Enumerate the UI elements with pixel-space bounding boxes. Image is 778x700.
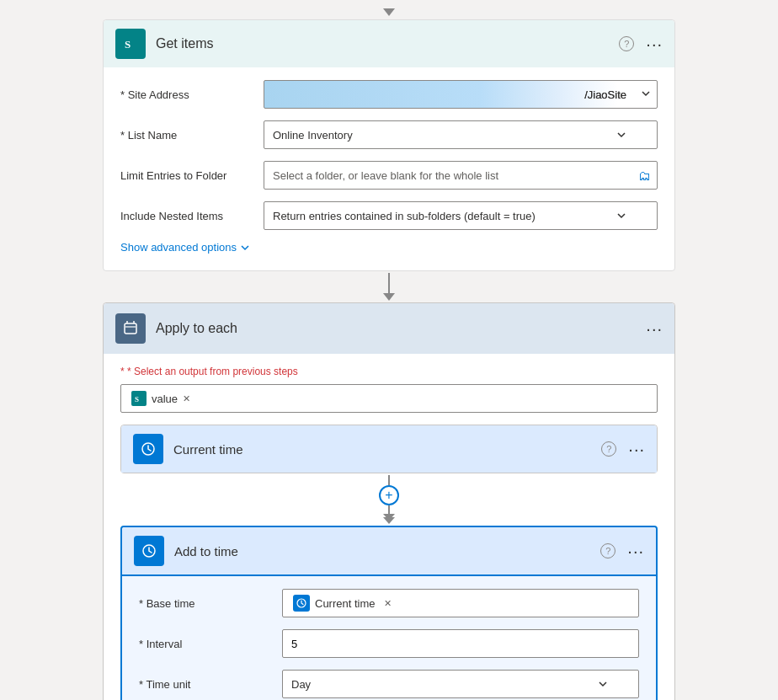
get-items-actions: ? ··· — [619, 35, 663, 54]
add-to-time-title: Add to time — [174, 544, 590, 558]
add-to-time-icon — [134, 536, 164, 566]
add-to-time-help-icon[interactable]: ? — [600, 543, 615, 558]
time-unit-label: * Time unit — [139, 678, 282, 691]
limit-entries-label: Limit Entries to Folder — [120, 169, 264, 182]
time-unit-control: Day — [282, 670, 639, 698]
value-token: S value ✕ — [128, 389, 194, 408]
plus-line-top — [388, 475, 390, 485]
show-advanced-options[interactable]: Show advanced options — [120, 241, 658, 254]
current-time-header: Current time ? ··· — [121, 425, 657, 473]
add-step-button[interactable]: + — [379, 485, 399, 505]
apply-icon — [115, 313, 146, 344]
ct-token-icon — [293, 595, 310, 612]
list-name-value: Online Inventory — [273, 129, 353, 142]
site-address-suffix: /JiaoSite — [584, 88, 626, 101]
base-time-control: Current time ✕ — [282, 589, 639, 617]
add-to-time-header: Add to time ? ··· — [122, 527, 656, 576]
get-items-header: S Get items ? ··· — [104, 20, 674, 67]
get-items-title: Get items — [156, 36, 609, 51]
add-to-time-actions: ? ··· — [600, 542, 644, 561]
interval-control: 5 — [282, 629, 639, 658]
nested-items-select[interactable]: Return entries contained in sub-folders … — [264, 201, 658, 230]
apply-to-each-card: Apply to each ··· * * Select an output f… — [103, 302, 675, 700]
list-name-select[interactable]: Online Inventory — [264, 120, 658, 149]
limit-entries-input[interactable]: Select a folder, or leave blank for the … — [264, 161, 658, 190]
site-address-input[interactable]: /JiaoSite — [264, 80, 658, 109]
current-time-icon — [133, 434, 163, 464]
more-options-icon[interactable]: ··· — [646, 35, 663, 54]
token-input-field[interactable]: S value ✕ — [120, 384, 658, 413]
show-advanced-label: Show advanced options — [120, 241, 237, 254]
add-to-time-more-icon[interactable]: ··· — [627, 542, 644, 561]
nested-items-row: Include Nested Items Return entries cont… — [120, 200, 658, 231]
get-items-card: S Get items ? ··· * Site Address /JiaoSi… — [103, 19, 675, 271]
list-name-label: * List Name — [120, 129, 264, 142]
list-name-row: * List Name Online Inventory — [120, 120, 658, 150]
interval-label: * Interval — [139, 638, 282, 650]
select-output-label: * * Select an output from previous steps — [120, 366, 658, 377]
time-unit-chevron — [598, 679, 608, 689]
clock-icon — [140, 441, 157, 457]
current-time-more-icon[interactable]: ··· — [628, 440, 645, 459]
interval-value: 5 — [291, 638, 297, 650]
double-arrow — [383, 516, 395, 524]
nested-items-chevron — [616, 211, 626, 221]
nested-items-value: Return entries contained in sub-folders … — [273, 210, 536, 222]
token-sp-icon: S — [131, 391, 147, 406]
base-time-token-text: Current time — [315, 597, 376, 610]
apply-to-each-title: Apply to each — [156, 321, 636, 336]
apply-to-each-body: * * Select an output from previous steps… — [104, 354, 674, 700]
limit-entries-row: Limit Entries to Folder Select a folder,… — [120, 160, 658, 190]
current-time-card: Current time ? ··· — [120, 425, 658, 473]
show-advanced-chevron — [240, 243, 250, 253]
folder-icon: 🗂 — [638, 168, 651, 183]
select-output-text: * Select an output from previous steps — [127, 366, 298, 377]
base-time-row: * Base time — [139, 588, 639, 618]
apply-more-icon[interactable]: ··· — [646, 319, 663, 339]
token-close-icon[interactable]: ✕ — [183, 393, 190, 404]
limit-entries-placeholder: Select a folder, or leave blank for the … — [273, 169, 498, 182]
interval-row: * Interval 5 — [139, 628, 639, 659]
sharepoint-icon: S — [115, 29, 146, 59]
svg-text:S: S — [135, 395, 139, 403]
base-time-label: * Base time — [139, 597, 282, 610]
add-to-time-body: * Base time — [122, 576, 656, 700]
loop-icon — [121, 319, 140, 338]
list-name-chevron — [616, 130, 626, 140]
time-unit-value: Day — [291, 678, 311, 691]
site-address-row: * Site Address /JiaoSite — [120, 79, 658, 110]
site-address-control: /JiaoSite — [264, 80, 658, 109]
svg-text:S: S — [125, 38, 131, 51]
current-time-token: Current time ✕ — [290, 593, 395, 613]
site-address-label: * Site Address — [120, 88, 264, 101]
get-items-body: * Site Address /JiaoSite * List Name Onl… — [104, 67, 674, 270]
apply-to-each-header: Apply to each ··· — [104, 303, 674, 354]
interval-input[interactable]: 5 — [282, 629, 639, 658]
ct-clock-icon — [296, 597, 307, 609]
top-connector-arrow — [383, 8, 395, 16]
add-time-clock-icon — [141, 542, 157, 559]
time-unit-row: * Time unit Day — [139, 669, 639, 699]
current-time-actions: ? ··· — [601, 440, 645, 459]
plus-connector-1: + — [120, 475, 658, 524]
base-time-close-icon[interactable]: ✕ — [384, 598, 392, 609]
add-to-time-card: Add to time ? ··· * Base time — [120, 526, 658, 700]
help-icon[interactable]: ? — [619, 36, 634, 51]
connector-arrow-1 — [383, 273, 395, 301]
limit-entries-control: Select a folder, or leave blank for the … — [264, 161, 658, 190]
apply-to-each-actions: ··· — [646, 319, 663, 339]
time-unit-select[interactable]: Day — [282, 670, 639, 698]
site-address-chevron — [641, 87, 651, 102]
current-time-help-icon[interactable]: ? — [601, 441, 616, 457]
nested-items-label: Include Nested Items — [120, 210, 264, 222]
token-value-text: value — [152, 393, 178, 405]
current-time-title: Current time — [173, 442, 591, 457]
nested-items-control: Return entries contained in sub-folders … — [264, 201, 658, 230]
list-name-control: Online Inventory — [264, 120, 658, 149]
svg-rect-1 — [125, 323, 136, 334]
base-time-input[interactable]: Current time ✕ — [282, 589, 639, 617]
